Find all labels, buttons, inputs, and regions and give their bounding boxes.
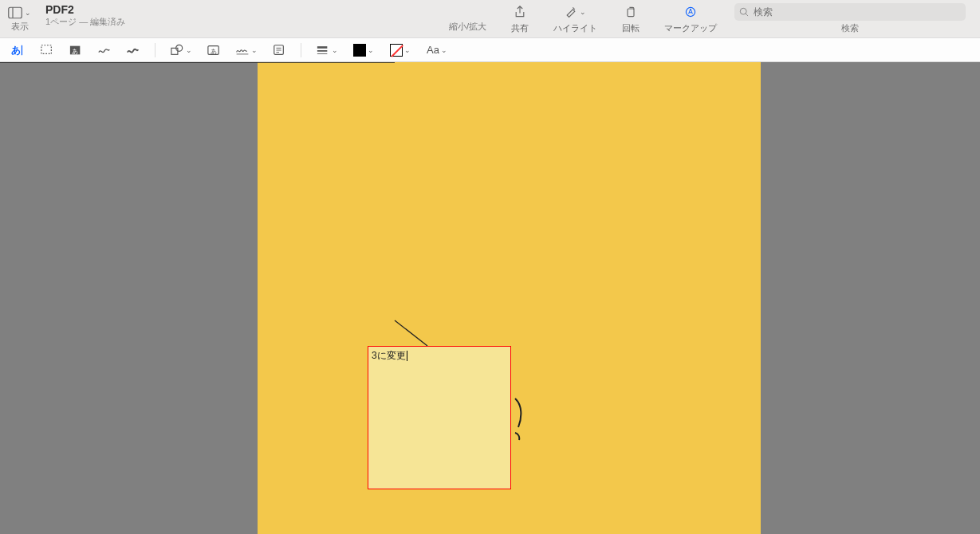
markup-icon bbox=[684, 6, 697, 18]
signature-tool[interactable]: ⌄ bbox=[232, 41, 261, 59]
document-subtitle: 1ページ — 編集済み bbox=[45, 17, 125, 27]
sidebar-icon bbox=[8, 6, 22, 19]
rotate-button[interactable]: 回転 bbox=[615, 3, 647, 34]
text-selection-tool[interactable]: あ bbox=[8, 41, 29, 59]
search-box[interactable] bbox=[734, 3, 966, 21]
redact-icon: あ bbox=[69, 44, 83, 57]
chevron-down-icon: ⌄ bbox=[580, 8, 586, 16]
window-titlebar: ⌄ 表示 PDF2 1ページ — 編集済み 縮小/拡大 共有 ⌄ ハイライト 回… bbox=[0, 0, 980, 38]
line-style-tool[interactable]: ⌄ bbox=[313, 41, 341, 59]
highlight-label: ハイライト bbox=[553, 22, 597, 34]
rectangular-selection-tool[interactable] bbox=[37, 41, 57, 59]
svg-rect-9 bbox=[628, 9, 634, 17]
text-select-icon: あ bbox=[11, 44, 26, 57]
document-title-block: PDF2 1ページ — 編集済み bbox=[45, 3, 125, 27]
svg-point-11 bbox=[740, 8, 746, 14]
search-input[interactable] bbox=[754, 6, 961, 18]
svg-rect-18 bbox=[171, 48, 178, 54]
markup-button[interactable]: マークアップ bbox=[664, 3, 717, 34]
share-icon bbox=[514, 6, 526, 18]
chevron-down-icon: ⌄ bbox=[368, 46, 374, 54]
toolbar-separator bbox=[301, 43, 301, 57]
view-control: ⌄ 表示 bbox=[8, 3, 31, 33]
rect-select-icon bbox=[40, 44, 54, 57]
markup-label: マークアップ bbox=[664, 22, 717, 34]
chevron-down-icon: ⌄ bbox=[251, 46, 258, 54]
svg-rect-15 bbox=[41, 45, 51, 53]
redact-tool[interactable]: あ bbox=[65, 41, 86, 59]
titlebar-right: 縮小/拡大 共有 ⌄ ハイライト 回転 マークアップ 検索 bbox=[125, 3, 972, 34]
signature-icon bbox=[235, 44, 250, 57]
chevron-down-icon: ⌄ bbox=[186, 46, 192, 54]
rotate-label: 回転 bbox=[622, 22, 640, 34]
stroke-swatch-icon bbox=[353, 44, 366, 57]
view-label: 表示 bbox=[11, 21, 29, 33]
svg-line-12 bbox=[746, 14, 748, 16]
text-tool[interactable]: あ bbox=[203, 41, 224, 59]
text-cursor bbox=[407, 351, 407, 361]
note-icon bbox=[272, 44, 286, 57]
document-title: PDF2 bbox=[45, 3, 125, 17]
chevron-down-icon: ⌄ bbox=[332, 46, 338, 54]
svg-text:あ: あ bbox=[211, 47, 217, 54]
toolbar-separator bbox=[155, 43, 155, 57]
fill-color-tool[interactable]: ⌄ bbox=[386, 41, 415, 59]
annotation-note[interactable]: 3に変更 bbox=[368, 346, 511, 489]
search-label: 検索 bbox=[841, 22, 859, 34]
note-text: 3に変更 bbox=[372, 350, 406, 361]
chevron-down-icon: ⌄ bbox=[25, 9, 31, 17]
text-style-label: Aa bbox=[427, 44, 439, 56]
share-label: 共有 bbox=[511, 22, 529, 34]
line-style-icon bbox=[316, 44, 330, 57]
share-button[interactable]: 共有 bbox=[504, 3, 536, 34]
shapes-icon bbox=[170, 44, 184, 57]
zoom-group: 縮小/拡大 bbox=[449, 3, 486, 33]
chevron-down-icon: ⌄ bbox=[441, 46, 447, 54]
note-tool[interactable] bbox=[269, 41, 289, 59]
stroke-color-tool[interactable]: ⌄ bbox=[349, 41, 378, 59]
svg-rect-0 bbox=[9, 7, 22, 18]
svg-text:あ: あ bbox=[11, 45, 21, 56]
highlight-icon bbox=[565, 6, 577, 18]
chevron-down-icon: ⌄ bbox=[404, 46, 411, 54]
draw-icon bbox=[126, 44, 140, 57]
shapes-tool[interactable]: ⌄ bbox=[167, 41, 195, 59]
markup-toolbar: あ あ ⌄ あ ⌄ ⌄ bbox=[0, 38, 980, 62]
draw-tool[interactable] bbox=[123, 41, 144, 59]
titlebar-left: ⌄ 表示 PDF2 1ページ — 編集済み bbox=[8, 3, 125, 33]
zoom-label: 縮小/拡大 bbox=[449, 21, 486, 33]
rotate-icon bbox=[624, 6, 637, 18]
highlight-button[interactable]: ⌄ ハイライト bbox=[553, 3, 597, 34]
sidebar-toggle[interactable]: ⌄ bbox=[8, 6, 31, 19]
sketch-tool[interactable] bbox=[94, 41, 115, 59]
search-group: 検索 bbox=[734, 3, 966, 34]
text-box-icon: あ bbox=[207, 44, 221, 57]
sketch-icon bbox=[97, 44, 112, 57]
text-style-tool[interactable]: Aa ⌄ bbox=[423, 41, 451, 59]
fill-swatch-icon bbox=[390, 44, 403, 57]
search-icon bbox=[739, 7, 750, 18]
canvas-area[interactable]: 3に変更 bbox=[0, 62, 980, 534]
svg-text:あ: あ bbox=[72, 47, 78, 54]
